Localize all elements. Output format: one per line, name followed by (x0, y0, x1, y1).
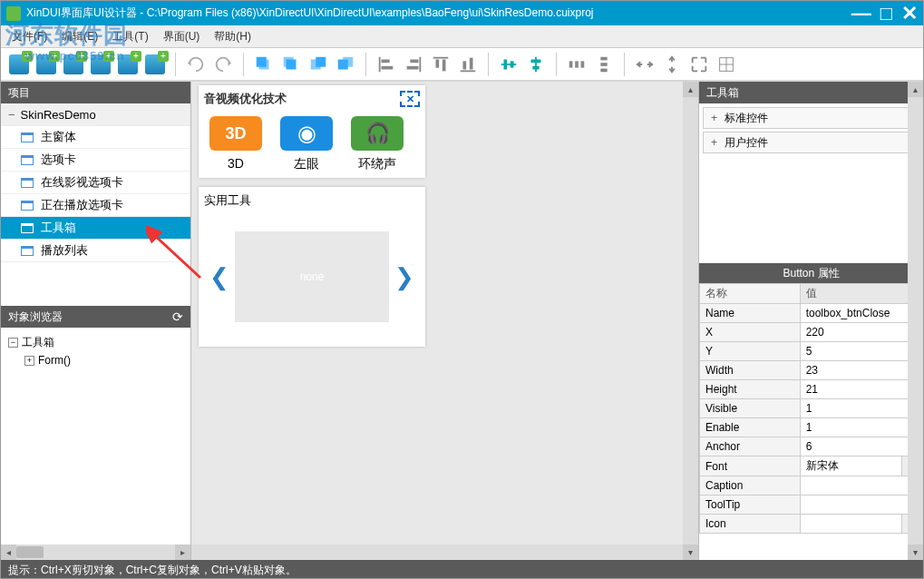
center-h-scrollbar[interactable] (191, 545, 683, 560)
close-button[interactable]: ✕ (901, 2, 918, 25)
redo-button[interactable] (210, 52, 236, 77)
toolbox-category-1[interactable]: +用户控件 (703, 132, 919, 153)
svg-rect-12 (410, 59, 418, 63)
align-left-button[interactable] (374, 52, 399, 77)
project-item-2[interactable]: 在线影视选项卡 (1, 172, 190, 194)
svg-rect-30 (600, 63, 607, 66)
center-h-button[interactable] (496, 52, 521, 77)
project-root[interactable]: −SkinResDemo (1, 103, 190, 126)
project-item-0[interactable]: 主窗体 (1, 126, 190, 149)
carousel-slide: none (235, 231, 389, 322)
prop-row-width[interactable]: Width23 (700, 361, 923, 380)
svg-rect-10 (382, 65, 394, 69)
project-item-5[interactable]: 播放列表 (1, 240, 190, 262)
svg-rect-9 (382, 59, 390, 63)
layer-2-button[interactable] (278, 52, 304, 77)
menu-help[interactable]: 帮助(H) (207, 29, 258, 44)
left-panel: 项目 −SkinResDemo 主窗体选项卡在线影视选项卡正在播放选项卡工具箱播… (1, 82, 191, 560)
prop-row-anchor[interactable]: Anchor6 (700, 437, 923, 456)
prop-row-x[interactable]: X220 (700, 323, 923, 342)
align-top-button[interactable] (428, 52, 453, 77)
svg-rect-1 (257, 56, 267, 66)
layer-1-button[interactable] (251, 52, 277, 77)
toolbox-body: +标准控件+用户控件 (699, 103, 923, 160)
new-file4-button[interactable] (88, 52, 113, 77)
svg-rect-24 (531, 59, 541, 63)
svg-rect-29 (600, 56, 607, 60)
svg-rect-3 (287, 59, 297, 69)
menu-tool[interactable]: 工具(T) (105, 29, 155, 44)
svg-rect-22 (511, 61, 514, 67)
layer-3-button[interactable] (306, 52, 331, 77)
svg-rect-5 (316, 56, 326, 66)
carousel-next[interactable]: ❯ (389, 263, 420, 291)
menu-file[interactable]: 文件(F) (5, 29, 54, 44)
prop-row-font[interactable]: Font新宋体... (700, 456, 923, 476)
new-file2-button[interactable] (34, 52, 59, 77)
new-file5-button[interactable] (115, 52, 141, 77)
dist-h-button[interactable] (564, 52, 589, 77)
design-icon-surround[interactable]: 🎧环绕声 (345, 116, 409, 172)
refresh-icon[interactable]: ⟳ (172, 309, 183, 324)
window-titlebar: XinDUI界面库UI设计器 - C:\Program Files (x86)\… (1, 1, 923, 25)
same-width-button[interactable] (632, 52, 657, 77)
design-panel-util: 实用工具 ❮ none ❯ (199, 187, 425, 347)
svg-rect-7 (338, 59, 348, 69)
util-title: 实用工具 (204, 192, 420, 209)
design-icon-eye[interactable]: ◉左眼 (275, 116, 338, 172)
layer-4-button[interactable] (333, 52, 358, 77)
svg-rect-31 (600, 68, 607, 72)
prop-row-y[interactable]: Y5 (700, 342, 923, 361)
undo-button[interactable] (183, 52, 209, 77)
obj-tree-form[interactable]: +Form() (24, 351, 183, 369)
menu-view[interactable]: 界面(U) (156, 29, 208, 44)
prop-row-tooltip[interactable]: ToolTip (700, 496, 923, 515)
prop-row-caption[interactable]: Caption (700, 476, 923, 496)
svg-rect-18 (463, 61, 467, 69)
new-file3-button[interactable] (61, 52, 86, 77)
design-panel-av: 音视频优化技术 ✕ 3D3D◉左眼🎧环绕声 (199, 85, 425, 178)
design-icon-3d[interactable]: 3D3D (204, 116, 267, 172)
prop-row-name[interactable]: Nametoolbox_btnClose (700, 304, 923, 323)
right-v-scrollbar[interactable]: ▴▾ (908, 82, 923, 560)
minimize-button[interactable]: — (851, 2, 871, 25)
svg-rect-26 (569, 61, 573, 67)
maximize-button[interactable]: □ (880, 2, 892, 25)
object-browser-header: 对象浏览器 ⟳ (1, 306, 190, 328)
center-v-button[interactable] (523, 52, 549, 77)
prop-row-enable[interactable]: Enable1 (700, 418, 923, 437)
obj-tree-root[interactable]: −工具箱 (8, 333, 183, 351)
left-h-scrollbar[interactable]: ◂ ▸ (1, 545, 190, 560)
align-bottom-button[interactable] (455, 52, 481, 77)
project-item-1[interactable]: 选项卡 (1, 149, 190, 172)
svg-rect-19 (470, 57, 473, 69)
same-height-button[interactable] (659, 52, 685, 77)
new-file-button[interactable] (6, 52, 32, 77)
grid-button[interactable] (714, 52, 739, 77)
svg-rect-27 (575, 61, 579, 67)
carousel-prev[interactable]: ❮ (204, 263, 235, 291)
design-panel-title: 音视频优化技术 (204, 91, 287, 107)
selected-close-button[interactable]: ✕ (400, 91, 420, 107)
new-file6-button[interactable] (142, 52, 168, 77)
dist-v-button[interactable] (591, 52, 617, 77)
right-panel: 工具箱 +标准控件+用户控件 Button 属性 名称 值 Nametoolbo… (698, 82, 923, 560)
property-panel-header: Button 属性 (699, 263, 923, 283)
center-v-scrollbar[interactable]: ▴▾ (683, 82, 698, 560)
prop-row-icon[interactable]: Icon... (700, 515, 923, 534)
object-tree: −工具箱 +Form() (1, 328, 190, 375)
prop-col-name: 名称 (700, 284, 801, 304)
project-item-3[interactable]: 正在播放选项卡 (1, 194, 190, 217)
align-right-button[interactable] (401, 52, 426, 77)
prop-row-visible[interactable]: Visible1 (700, 399, 923, 418)
menu-edit[interactable]: 编辑(E) (54, 29, 105, 44)
same-size-button[interactable] (686, 52, 712, 77)
project-item-4[interactable]: 工具箱 (1, 217, 190, 240)
svg-rect-16 (443, 59, 446, 71)
app-icon (6, 6, 21, 21)
svg-rect-15 (436, 59, 440, 67)
prop-row-height[interactable]: Height21 (700, 380, 923, 399)
design-canvas-area: 音视频优化技术 ✕ 3D3D◉左眼🎧环绕声 实用工具 ❮ none ❯ ▴▾ (191, 82, 698, 560)
toolbox-category-0[interactable]: +标准控件 (703, 107, 919, 129)
project-tree: −SkinResDemo 主窗体选项卡在线影视选项卡正在播放选项卡工具箱播放列表 (1, 103, 190, 262)
